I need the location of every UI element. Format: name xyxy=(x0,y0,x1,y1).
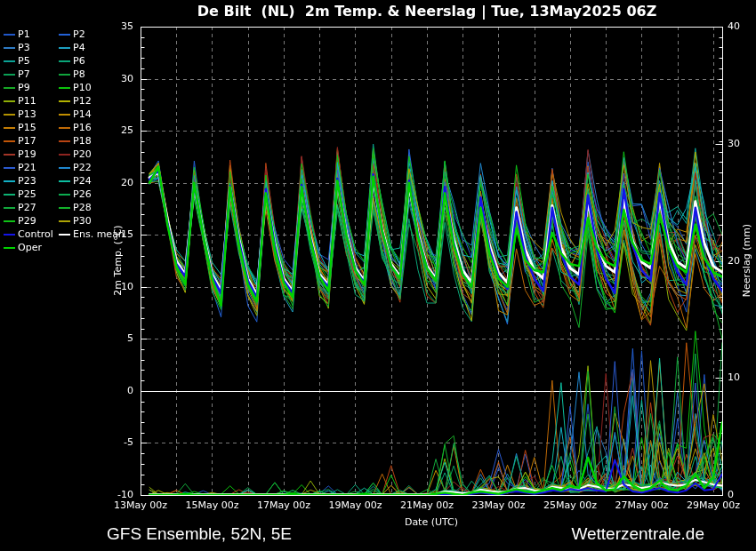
legend-item-label: P11 xyxy=(18,94,36,108)
legend-item-label: P26 xyxy=(73,188,92,201)
y-tick-label-right: 30 xyxy=(728,138,740,149)
y-axis-title-right: Neerslag (mm) xyxy=(741,224,752,297)
legend-item-p6: P6 xyxy=(59,54,85,68)
legend-item-p20: P20 xyxy=(59,148,92,161)
legend-line-swatch xyxy=(4,180,15,182)
x-axis-title: Date (UTC) xyxy=(405,516,458,528)
legend-item-p30: P30 xyxy=(59,214,92,228)
legend-item-label: P5 xyxy=(18,54,30,68)
legend-item-p8: P8 xyxy=(59,68,85,81)
legend-item-p5: P5 xyxy=(4,54,30,68)
legend-item-p7: P7 xyxy=(4,68,30,81)
legend-item-p25: P25 xyxy=(4,188,36,201)
legend-line-swatch xyxy=(59,47,70,49)
legend-line-swatch xyxy=(4,60,15,62)
legend-line-swatch xyxy=(59,100,70,102)
legend-item-label: P29 xyxy=(18,214,36,228)
legend-item-p12: P12 xyxy=(59,94,92,108)
legend-item-p28: P28 xyxy=(59,201,92,214)
legend-item-label: P27 xyxy=(18,201,36,214)
legend-item-oper: Oper xyxy=(4,241,42,254)
legend-item-p10: P10 xyxy=(59,81,92,94)
legend-item-label: P1 xyxy=(18,28,30,41)
y-tick-label-right: 10 xyxy=(728,371,740,383)
legend-line-swatch xyxy=(4,87,15,89)
legend-item-label: P15 xyxy=(18,121,36,134)
legend-line-swatch xyxy=(4,114,15,116)
footer-model-info: GFS Ensemble, 52N, 5E xyxy=(107,524,292,544)
legend-item-label: P10 xyxy=(73,81,92,94)
legend-item-label: P17 xyxy=(18,134,36,148)
legend-item-label: P7 xyxy=(18,68,30,81)
x-tick-label: 13May 00z xyxy=(114,499,167,511)
legend-item-p16: P16 xyxy=(59,121,92,134)
x-tick-label: 21May 00z xyxy=(400,499,454,511)
legend-item-p14: P14 xyxy=(59,108,92,121)
legend-item-label: P9 xyxy=(18,81,30,94)
y-tick-label-left: 25 xyxy=(103,124,133,136)
legend-item-label: P30 xyxy=(73,214,92,228)
legend-item-p18: P18 xyxy=(59,134,92,148)
legend-item-control: Control xyxy=(4,228,53,241)
legend-item-p26: P26 xyxy=(59,188,92,201)
y-axis-title-left: 2m Temp. (°C) xyxy=(112,225,124,295)
x-tick-label: 27May 00z xyxy=(615,499,668,511)
legend-line-swatch xyxy=(59,87,70,89)
legend-item-label: P18 xyxy=(73,134,92,148)
x-tick-label: 25May 00z xyxy=(543,499,597,511)
y-tick-label-left: 35 xyxy=(103,20,133,32)
legend-item-label: P20 xyxy=(73,148,92,161)
x-tick-label: 23May 00z xyxy=(471,499,525,511)
legend-item-p4: P4 xyxy=(59,41,85,54)
legend-line-swatch xyxy=(59,234,70,236)
legend-item-p21: P21 xyxy=(4,161,36,174)
legend-item-p1: P1 xyxy=(4,28,30,41)
legend-item-p17: P17 xyxy=(4,134,36,148)
legend-item-label: P12 xyxy=(73,94,92,108)
legend-item-p29: P29 xyxy=(4,214,36,228)
legend-line-swatch xyxy=(59,194,70,196)
legend-line-swatch xyxy=(4,220,15,222)
legend-line-swatch xyxy=(4,140,15,142)
legend-item-p9: P9 xyxy=(4,81,30,94)
legend-item-label: Control xyxy=(18,228,53,241)
legend-item-label: P8 xyxy=(73,68,85,81)
legend-item-p23: P23 xyxy=(4,174,36,188)
legend-line-swatch xyxy=(59,167,70,169)
legend-item-label: P3 xyxy=(18,41,30,54)
legend-item-label: P19 xyxy=(18,148,36,161)
legend-line-swatch xyxy=(59,207,70,209)
meteogram: De Bilt (NL) 2m Temp. & Neerslag | Tue, … xyxy=(0,0,756,551)
legend-item-p22: P22 xyxy=(59,161,92,174)
legend-line-swatch xyxy=(59,127,70,129)
legend-item-p3: P3 xyxy=(4,41,30,54)
legend-item-label: P6 xyxy=(73,54,85,68)
legend-line-swatch xyxy=(59,154,70,156)
y-tick-label-right: 20 xyxy=(728,255,740,267)
legend-item-p24: P24 xyxy=(59,174,92,188)
legend-item-p15: P15 xyxy=(4,121,36,134)
legend-item-p19: P19 xyxy=(4,148,36,161)
legend-line-swatch xyxy=(4,100,15,102)
y-tick-label-right: 40 xyxy=(728,20,740,32)
legend-line-swatch xyxy=(59,220,70,222)
y-tick-label-left: -5 xyxy=(103,436,133,448)
legend-line-swatch xyxy=(59,34,70,36)
legend-line-swatch xyxy=(4,34,15,36)
legend-line-swatch xyxy=(59,74,70,76)
legend-line-swatch xyxy=(4,234,15,236)
legend-item-label: P23 xyxy=(18,174,36,188)
legend-item-label: P28 xyxy=(73,201,92,214)
y-tick-label-left: 5 xyxy=(103,332,133,344)
legend-line-swatch xyxy=(4,207,15,209)
legend-item-p13: P13 xyxy=(4,108,36,121)
y-tick-label-left: 20 xyxy=(103,177,133,188)
x-tick-label: 29May 00z xyxy=(687,499,740,511)
footer-brand: Wetterzentrale.de xyxy=(571,524,704,544)
legend-line-swatch xyxy=(4,247,15,249)
x-tick-label: 19May 00z xyxy=(328,499,382,511)
legend-line-swatch xyxy=(59,60,70,62)
legend-item-label: P16 xyxy=(73,121,92,134)
legend-line-swatch xyxy=(59,114,70,116)
y-tick-label-left: 30 xyxy=(103,73,133,84)
